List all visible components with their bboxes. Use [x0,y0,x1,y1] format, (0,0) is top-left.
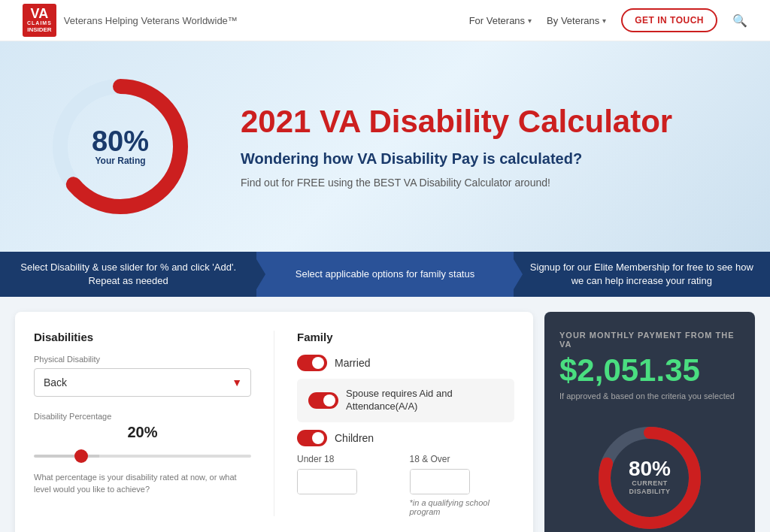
nav-by-veterans[interactable]: By Veterans ▾ [547,15,606,26]
spouse-aid-label: Spouse requires Aid and Attendance(A/A) [346,388,503,413]
disabilities-title: Disabilities [34,331,251,343]
result-current-label: CURRENT DISABILITY [620,479,680,497]
hero-title: 2021 VA Disability Calculator [241,104,725,139]
over18-input-wrapper: ▲ ▼ [410,469,470,494]
step-3-label: Signup for our Elite Membership for free… [529,261,755,288]
logo-area: VA CLAIMS INSIDER Veterans Helping Veter… [23,4,469,37]
under18-column: Under 18 ▲ ▼ [297,454,402,516]
nav-links: For Veterans ▾ By Veterans ▾ GET IN TOUC… [469,8,747,32]
result-panel: YOUR MONTHLY PAYMENT FROM THE VA $2,051.… [544,312,755,532]
site-tagline: Veterans Helping Veterans Worldwide™ [64,15,238,26]
donut-center: 80% Your Rating [92,127,149,166]
under18-header: Under 18 [297,454,402,464]
disability-select[interactable]: Back [34,368,251,397]
logo-insider-text: INSIDER [27,26,51,34]
logo-claims-text: CLAIMS [27,20,52,26]
disability-slider-container [34,447,251,461]
married-label: Married [335,357,370,369]
chevron-down-icon: ▾ [528,17,532,25]
spouse-aid-toggle[interactable] [308,392,338,409]
hero-percent: 80% [92,127,149,156]
result-donut-center: 80% CURRENT DISABILITY [620,458,680,497]
panel-row: Disabilities Physical Disability Back ▼ … [34,331,514,516]
hero-rating-label: Your Rating [92,156,149,166]
over18-input[interactable] [411,470,470,494]
steps-bar: Select Disability & use slider for % and… [0,252,770,297]
disability-select-wrapper: Back ▼ [34,368,251,397]
over18-column: 18 & Over ▲ ▼ *in a qualifying school pr… [410,454,515,516]
chevron-down-icon: ▾ [602,17,606,25]
result-amount: $2,051.35 [559,355,740,386]
disabilities-column: Disabilities Physical Disability Back ▼ … [34,331,274,516]
step-2-label: Select applicable options for family sta… [296,268,474,281]
result-current-percent: 80% [620,458,680,479]
step-1-label: Select Disability & use slider for % and… [15,261,241,288]
over18-header: 18 & Over [410,454,515,464]
step-2[interactable]: Select applicable options for family sta… [256,252,513,297]
percentage-display: 20% [34,424,251,441]
result-label: YOUR MONTHLY PAYMENT FROM THE VA [559,331,740,349]
children-label: Children [335,432,374,444]
search-icon[interactable]: 🔍 [732,14,747,28]
main-content: Disabilities Physical Disability Back ▼ … [0,297,770,532]
logo-va-text: VA [31,7,49,20]
children-row: Children [297,430,514,446]
result-donut-chart: 80% CURRENT DISABILITY [590,418,710,532]
nav-for-veterans[interactable]: For Veterans ▾ [469,15,532,26]
calculator-panel: Disabilities Physical Disability Back ▼ … [15,312,533,532]
hero-description: Find out for FREE using the BEST VA Disa… [241,177,725,189]
family-column: Family Married Spouse requires Aid an [297,331,514,516]
disability-percentage-slider[interactable] [34,455,251,458]
hero-section: 80% Your Rating 2021 VA Disability Calcu… [0,41,770,252]
children-section: Children Under 18 ▲ ▼ [297,430,514,516]
va-logo: VA CLAIMS INSIDER [23,4,56,37]
spouse-aid-box: Spouse requires Aid and Attendance(A/A) [297,379,514,422]
family-title: Family [297,331,514,343]
hero-text-area: 2021 VA Disability Calculator Wondering … [241,104,725,189]
percentage-label: Disability Percentage [34,412,251,421]
children-toggle[interactable] [297,430,327,446]
hero-subtitle: Wondering how VA Disability Pay is calcu… [241,150,725,168]
hero-donut-chart: 80% Your Rating [45,71,196,222]
children-grid: Under 18 ▲ ▼ 18 & Over [297,454,514,516]
physical-disability-label: Physical Disability [34,355,251,364]
school-note: *in a qualifying school program [410,498,515,516]
get-in-touch-button[interactable]: GET IN TOUCH [621,8,717,32]
result-note: If approved & based on the criteria you … [559,391,740,402]
step-3[interactable]: Signup for our Elite Membership for free… [514,252,770,297]
married-row: Married [297,355,514,371]
married-toggle[interactable] [297,355,327,371]
slider-hint-text: What percentage is your disability rated… [34,472,251,495]
under18-input-wrapper: ▲ ▼ [297,469,357,494]
step-1[interactable]: Select Disability & use slider for % and… [0,252,256,297]
under18-input[interactable] [298,470,357,494]
navbar: VA CLAIMS INSIDER Veterans Helping Veter… [0,0,770,41]
